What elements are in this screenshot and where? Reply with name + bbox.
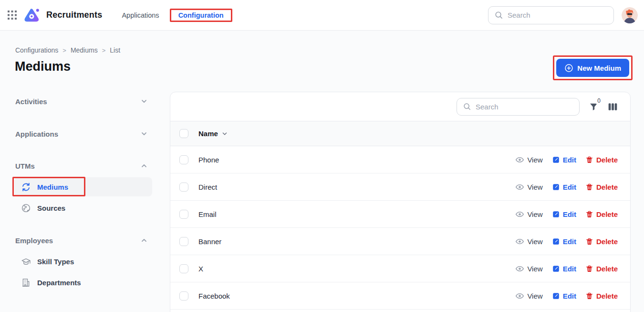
sidebar-section-employees[interactable]: Employees	[14, 234, 152, 247]
row-checkbox[interactable]	[179, 264, 188, 273]
edit-action[interactable]: Edit	[552, 292, 576, 300]
row-checkbox[interactable]	[179, 291, 188, 301]
sidebar-section-label: Employees	[15, 237, 53, 245]
edit-action-label: Edit	[563, 237, 576, 246]
sidebar-item-mediums[interactable]: Mediums	[14, 177, 152, 196]
app-launcher-icon[interactable]	[8, 11, 17, 20]
select-all-checkbox[interactable]	[179, 129, 188, 138]
navbar-right	[488, 6, 638, 24]
nav-item-applications[interactable]: Applications	[115, 7, 166, 24]
delete-action[interactable]: Delete	[585, 183, 618, 191]
plus-circle-icon	[564, 64, 573, 73]
column-header-name[interactable]: Name	[198, 129, 228, 138]
row-actions: View Edit Delete	[515, 155, 618, 164]
eye-icon	[515, 210, 524, 219]
view-action-label: View	[527, 292, 542, 300]
edit-action[interactable]: Edit	[552, 210, 576, 218]
edit-action-label: Edit	[563, 265, 576, 273]
main-nav: Applications Configuration	[115, 7, 232, 24]
sync-icon	[21, 182, 31, 192]
view-action-label: View	[527, 210, 542, 218]
delete-action-label: Delete	[596, 237, 618, 246]
edit-action-label: Edit	[563, 183, 576, 191]
page-title: Mediums	[15, 59, 71, 74]
chevron-up-icon	[141, 237, 147, 244]
sidebar-section-utms[interactable]: UTMs	[14, 159, 152, 172]
edit-icon	[552, 156, 560, 164]
user-avatar[interactable]	[622, 7, 638, 23]
filter-button[interactable]: 0	[589, 102, 598, 111]
sidebar-section-label: Applications	[15, 130, 58, 138]
eye-icon	[515, 264, 524, 273]
sidebar-item-skill-types[interactable]: Skill Types	[14, 254, 152, 269]
breadcrumb-mediums[interactable]: Mediums	[71, 46, 98, 54]
sidebar-item-label: Skill Types	[37, 258, 74, 266]
edit-action[interactable]: Edit	[552, 265, 576, 273]
sidebar-section-activities[interactable]: Activities	[14, 95, 152, 108]
row-checkbox[interactable]	[179, 210, 188, 219]
view-action[interactable]: View	[515, 264, 542, 273]
edit-action-label: Edit	[563, 292, 576, 300]
delete-action[interactable]: Delete	[585, 265, 618, 273]
view-action[interactable]: View	[515, 155, 542, 164]
row-actions: View Edit Delete	[515, 210, 618, 219]
globe-icon	[21, 203, 31, 213]
view-action-label: View	[527, 265, 542, 273]
row-actions: View Edit Delete	[515, 237, 618, 246]
eye-icon	[515, 155, 524, 164]
row-checkbox[interactable]	[179, 183, 188, 192]
sidebar-item-sources[interactable]: Sources	[14, 200, 152, 215]
delete-action-label: Delete	[596, 183, 618, 191]
breadcrumb-configurations[interactable]: Configurations	[15, 46, 58, 54]
table-row: Email View Edit	[170, 201, 630, 228]
delete-action[interactable]: Delete	[585, 156, 618, 164]
view-action[interactable]: View	[515, 210, 542, 219]
table-body: Phone View Edit	[170, 146, 630, 310]
trash-icon	[585, 292, 593, 300]
sidebar-item-label: Mediums	[37, 183, 68, 191]
delete-action[interactable]: Delete	[585, 210, 618, 218]
edit-icon	[552, 237, 560, 246]
table-search-input[interactable]	[476, 103, 573, 111]
sidebar-section-label: UTMs	[15, 162, 35, 170]
delete-action[interactable]: Delete	[585, 237, 618, 246]
row-name: Email	[198, 210, 217, 218]
row-name: Phone	[198, 156, 219, 164]
sidebar-section-applications[interactable]: Applications	[14, 127, 152, 140]
view-action[interactable]: View	[515, 291, 542, 301]
sidebar-item-departments[interactable]: Departments	[14, 275, 152, 290]
new-medium-button[interactable]: New Medium	[556, 59, 629, 77]
row-checkbox[interactable]	[179, 237, 188, 246]
edit-icon	[552, 210, 560, 218]
edit-action[interactable]: Edit	[552, 237, 576, 246]
row-name: X	[198, 265, 203, 273]
edit-action[interactable]: Edit	[552, 156, 576, 164]
chevron-down-icon	[141, 130, 147, 137]
table-row: Facebook View Edit	[170, 282, 630, 310]
row-name: Banner	[198, 237, 221, 246]
app-logo-icon	[24, 7, 40, 23]
global-search[interactable]	[488, 6, 614, 24]
breadcrumb-list[interactable]: List	[110, 46, 120, 54]
delete-action-label: Delete	[596, 156, 618, 164]
navbar-left: Recruitments Applications Configuration	[8, 7, 232, 24]
view-action[interactable]: View	[515, 183, 542, 192]
search-icon	[494, 11, 503, 20]
table-header-row: Name	[170, 121, 630, 146]
edit-action[interactable]: Edit	[552, 183, 576, 191]
view-action[interactable]: View	[515, 237, 542, 246]
delete-action-label: Delete	[596, 265, 618, 273]
table-search[interactable]	[457, 98, 580, 116]
configuration-annotation-box: Configuration	[170, 9, 232, 22]
delete-action[interactable]: Delete	[585, 292, 618, 300]
table-row: Phone View Edit	[170, 146, 630, 173]
columns-icon[interactable]	[608, 102, 618, 112]
nav-item-configuration[interactable]: Configuration	[172, 7, 230, 24]
building-icon	[21, 278, 31, 288]
row-checkbox[interactable]	[179, 155, 188, 164]
trash-icon	[585, 210, 593, 218]
app-title: Recruitments	[46, 10, 102, 20]
eye-icon	[515, 183, 524, 192]
delete-action-label: Delete	[596, 210, 618, 218]
global-search-input[interactable]	[508, 11, 608, 19]
